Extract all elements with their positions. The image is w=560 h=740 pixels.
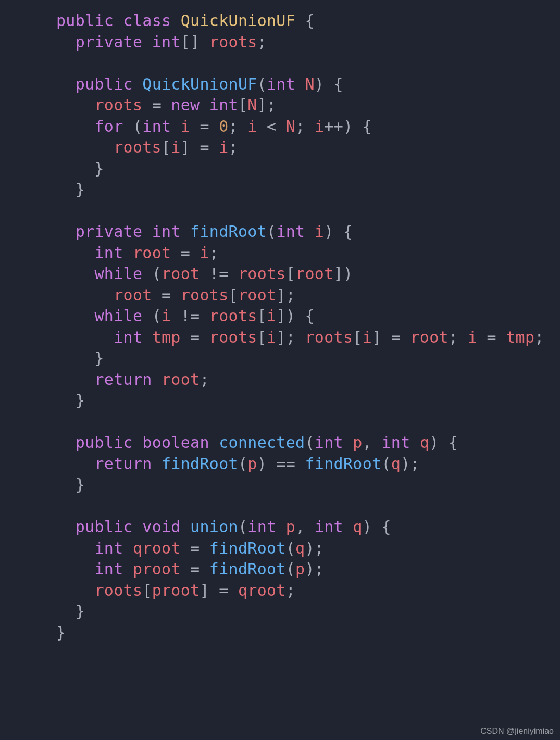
- var-roots: roots: [238, 265, 286, 283]
- fn-union: union: [190, 518, 238, 536]
- var-tmp: tmp: [506, 328, 534, 346]
- var-i: i: [200, 244, 209, 262]
- kw-while: while: [94, 265, 142, 283]
- var-roots: roots: [114, 138, 161, 156]
- var-p: p: [286, 518, 295, 536]
- kw-public: public: [76, 75, 133, 93]
- type-boolean: boolean: [142, 433, 209, 451]
- type-int: int: [94, 539, 123, 557]
- type-int: int: [152, 222, 181, 241]
- type-int: int: [94, 560, 123, 578]
- var-i: i: [171, 138, 180, 156]
- var-proot: proot: [133, 560, 181, 578]
- kw-private: private: [76, 33, 143, 51]
- watermark: CSDN @jieniyimiao: [480, 726, 554, 736]
- kw-for: for: [94, 117, 123, 135]
- var-i: i: [181, 117, 190, 135]
- kw-public: public: [76, 433, 133, 451]
- var-root: root: [410, 328, 449, 346]
- fn-findroot-call: findRoot: [305, 455, 381, 473]
- var-p: p: [247, 455, 257, 473]
- fn-findroot-call: findRoot: [161, 455, 238, 473]
- type-int: int: [247, 518, 276, 536]
- type-int: int: [209, 96, 238, 114]
- type-void: void: [142, 518, 180, 536]
- var-root: root: [161, 265, 200, 283]
- type-int: int: [276, 222, 305, 241]
- var-i: i: [468, 328, 477, 346]
- var-roots: roots: [209, 33, 257, 51]
- var-q: q: [391, 455, 401, 473]
- var-i: i: [247, 117, 257, 135]
- fn-findroot-call: findRoot: [209, 560, 286, 578]
- fn-findroot: findRoot: [190, 222, 267, 241]
- kw-public: public: [56, 11, 114, 30]
- var-roots: roots: [209, 307, 257, 325]
- kw-return: return: [94, 455, 152, 473]
- fn-findroot-call: findRoot: [209, 539, 286, 557]
- var-qroot: qroot: [238, 581, 286, 599]
- var-roots: roots: [209, 328, 257, 346]
- var-q: q: [420, 433, 429, 451]
- var-roots: roots: [94, 96, 142, 114]
- kw-class: class: [123, 11, 171, 30]
- type-int: int: [381, 433, 410, 451]
- var-q: q: [295, 539, 305, 557]
- type-int: int: [152, 33, 181, 51]
- type-int: int: [315, 433, 343, 451]
- kw-new: new: [171, 96, 200, 114]
- var-roots: roots: [181, 286, 229, 304]
- var-i: i: [161, 307, 171, 325]
- kw-return: return: [94, 370, 152, 388]
- class-name: QuickUnionUF: [181, 11, 295, 30]
- var-root: root: [133, 244, 171, 262]
- type-int: int: [315, 518, 343, 536]
- var-n: N: [286, 117, 295, 135]
- type-int: int: [142, 117, 171, 135]
- var-i: i: [267, 307, 276, 325]
- var-root: root: [114, 286, 152, 304]
- var-i: i: [315, 222, 324, 241]
- var-qroot: qroot: [133, 539, 181, 557]
- fn-connected: connected: [219, 433, 305, 451]
- type-int: int: [94, 244, 123, 262]
- var-i: i: [267, 328, 276, 346]
- code-block: public class QuickUnionUF { private int[…: [0, 0, 560, 643]
- var-q: q: [353, 518, 362, 536]
- kw-private: private: [76, 222, 143, 241]
- var-n: N: [305, 75, 314, 93]
- var-root: root: [161, 370, 200, 388]
- var-roots: roots: [94, 581, 142, 599]
- var-proot: proot: [152, 581, 200, 599]
- type-int: int: [267, 75, 295, 93]
- var-i: i: [363, 328, 372, 346]
- var-i: i: [315, 117, 324, 135]
- var-p: p: [353, 433, 362, 451]
- kw-public: public: [76, 518, 133, 536]
- var-root: root: [295, 265, 333, 283]
- num-0: 0: [219, 117, 228, 135]
- fn-ctor: QuickUnionUF: [142, 75, 257, 93]
- type-int: int: [114, 328, 142, 346]
- kw-while: while: [94, 307, 142, 325]
- var-i: i: [219, 138, 228, 156]
- var-tmp: tmp: [152, 328, 181, 346]
- var-root: root: [238, 286, 276, 304]
- var-n: N: [247, 96, 257, 114]
- var-roots: roots: [305, 328, 353, 346]
- var-p: p: [295, 560, 305, 578]
